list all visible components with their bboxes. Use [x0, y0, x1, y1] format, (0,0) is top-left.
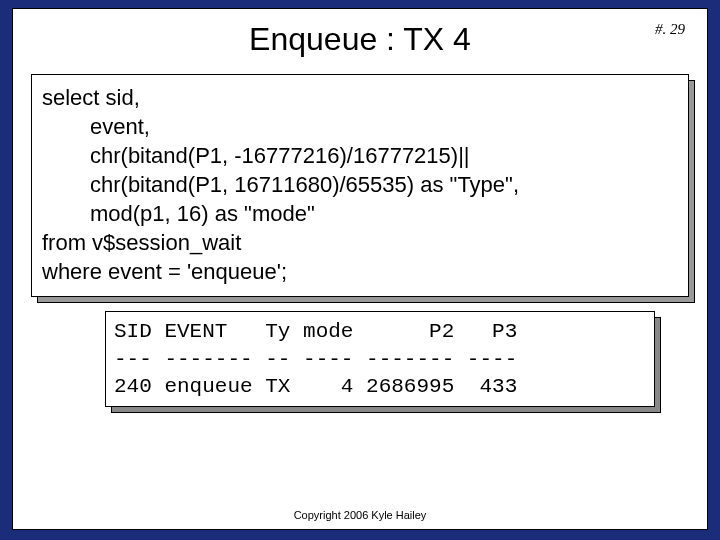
result-panel: SID EVENT Ty mode P2 P3 --- ------- -- -…: [105, 311, 655, 407]
table-divider: --- ------- -- ---- ------- ----: [114, 348, 517, 371]
sql-panel: select sid, event, chr(bitand(P1, -16777…: [31, 74, 689, 297]
sql-line: chr(bitand(P1, 16711680)/65535) as "Type…: [42, 170, 678, 199]
result-table: SID EVENT Ty mode P2 P3 --- ------- -- -…: [105, 311, 655, 407]
copyright: Copyright 2006 Kyle Hailey: [13, 509, 707, 521]
sql-line: select sid,: [42, 83, 678, 112]
sql-line: from v$session_wait: [42, 228, 678, 257]
sql-line: where event = 'enqueue';: [42, 257, 678, 286]
slide-title: Enqueue : TX 4: [13, 21, 707, 58]
table-header: SID EVENT Ty mode P2 P3: [114, 320, 517, 343]
page-number: #. 29: [655, 21, 685, 38]
sql-code: select sid, event, chr(bitand(P1, -16777…: [31, 74, 689, 297]
sql-line: mod(p1, 16) as "mode": [42, 199, 678, 228]
table-row: 240 enqueue TX 4 2686995 433: [114, 375, 517, 398]
sql-line: chr(bitand(P1, -16777216)/16777215)||: [42, 141, 678, 170]
sql-line: event,: [42, 112, 678, 141]
slide: #. 29 Enqueue : TX 4 select sid, event, …: [12, 8, 708, 530]
